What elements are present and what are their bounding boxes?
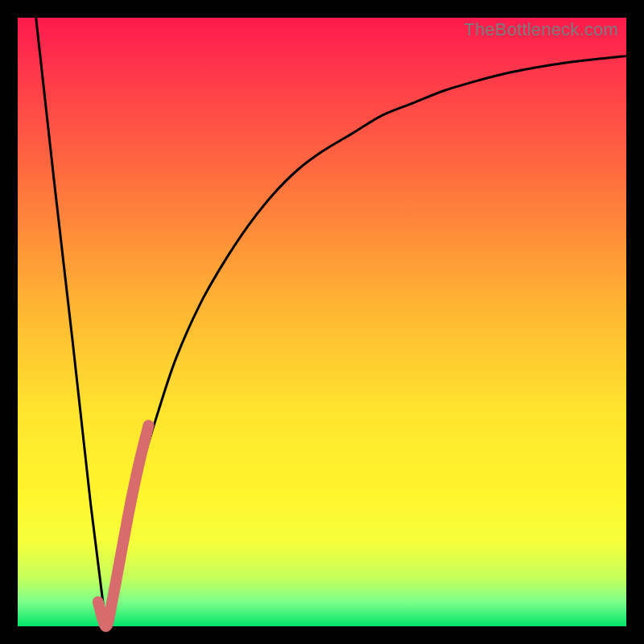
plot-area: TheBottleneck.com (18, 18, 626, 626)
chart-stage: TheBottleneck.com (0, 0, 644, 644)
series-highlight (98, 426, 149, 626)
series-left-branch (36, 18, 106, 626)
curves-svg (18, 18, 626, 626)
series-right-curve (106, 56, 626, 626)
